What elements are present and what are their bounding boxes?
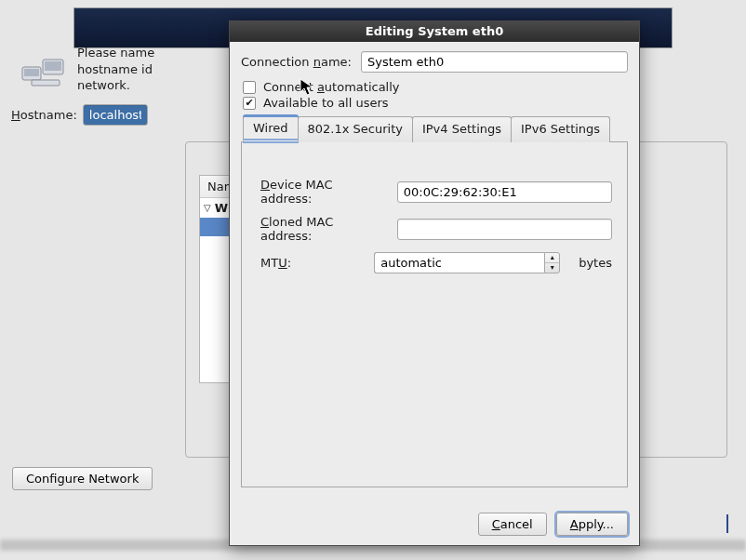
decorative-stripe [719, 514, 728, 533]
tab-8021x-security[interactable]: 802.1x Security [298, 116, 413, 142]
apply-button[interactable]: Apply... [556, 513, 628, 536]
group-label: W [215, 201, 228, 215]
hostname-input[interactable] [83, 104, 148, 126]
mtu-spinner[interactable]: ▴ ▾ [374, 252, 560, 273]
cloned-mac-label: Cloned MAC address: [260, 215, 386, 243]
connection-name-input[interactable] [361, 51, 628, 73]
tab-wired[interactable]: Wired [243, 115, 299, 141]
available-all-users-label: Available to all users [263, 96, 389, 110]
connection-name-label: Connection name: [241, 55, 352, 69]
mtu-step-up-icon[interactable]: ▴ [545, 253, 559, 263]
svg-rect-4 [32, 80, 60, 86]
hostname-label: Hostname: [11, 108, 77, 122]
disclosure-triangle-icon: ▽ [204, 203, 211, 213]
svg-rect-1 [24, 69, 39, 76]
mtu-label: MTU: [260, 256, 363, 270]
connect-automatically-label: Connect automatically [263, 80, 400, 94]
configure-network-button[interactable]: Configure Network [12, 467, 153, 490]
device-mac-input[interactable] [397, 181, 612, 203]
cancel-button[interactable]: Cancel [478, 513, 547, 536]
mtu-unit-label: bytes [579, 256, 612, 270]
computers-icon [20, 54, 67, 87]
edit-connection-dialog: Editing System eth0 Connection name: Con… [229, 20, 640, 546]
tab-bar: Wired 802.1x Security IPv4 Settings IPv6… [241, 115, 628, 141]
tab-ipv6-settings[interactable]: IPv6 Settings [511, 116, 610, 142]
mtu-input[interactable] [374, 252, 544, 273]
cloned-mac-input[interactable] [397, 219, 612, 240]
tab-ipv4-settings[interactable]: IPv4 Settings [412, 116, 512, 142]
connect-automatically-checkbox[interactable] [243, 81, 256, 94]
tab-pane-wired: Device MAC address: Cloned MAC address: … [241, 141, 628, 487]
dialog-title: Editing System eth0 [230, 21, 639, 42]
available-all-users-checkbox[interactable] [243, 97, 256, 110]
device-mac-label: Device MAC address: [260, 178, 386, 206]
hostname-description: Please name hostname id network. [77, 45, 245, 94]
mtu-step-down-icon[interactable]: ▾ [545, 263, 559, 273]
svg-rect-3 [45, 61, 61, 71]
